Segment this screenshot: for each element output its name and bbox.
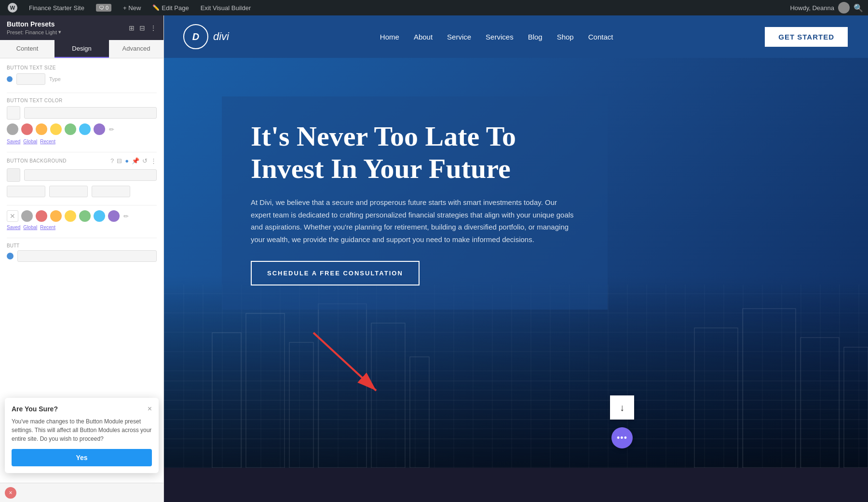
panel-header: Button Presets Preset: Finance Light ▾ ⊞… <box>0 15 163 40</box>
nav-services[interactable]: Services <box>486 33 514 41</box>
color-swatch-gray[interactable] <box>7 123 18 135</box>
comment-count: 🗨 0 <box>96 4 111 12</box>
site-name-item[interactable]: Finance Starter Site <box>26 2 87 14</box>
bg-section-header: Button Background ? ⊟ ● 📌 ↺ ⋮ <box>7 157 157 164</box>
global-btn[interactable]: Global <box>23 139 37 144</box>
more-icon[interactable]: ⋮ <box>150 24 157 32</box>
bg-color-preview[interactable] <box>7 168 20 182</box>
lower-saved-btn[interactable]: Saved <box>7 225 20 230</box>
color-swatch-green[interactable] <box>65 123 76 135</box>
nav-contact[interactable]: Contact <box>588 33 613 41</box>
bg-group: Button Background ? ⊟ ● 📌 ↺ ⋮ <box>7 157 157 197</box>
hero-description: At Divi, we believe that a secure and pr… <box>251 196 579 245</box>
confirm-yes-button[interactable]: Yes <box>12 449 152 466</box>
panel-close-button[interactable]: × <box>5 487 16 499</box>
hero-content: It's Never Too Late To Invest In Your Fu… <box>222 96 608 310</box>
tab-content[interactable]: Content <box>0 40 54 58</box>
svg-rect-5 <box>410 357 429 468</box>
lower-global-btn[interactable]: Global <box>23 225 37 230</box>
svg-rect-1 <box>246 313 285 468</box>
schedule-button[interactable]: SCHEDULE A FREE CONSULTATION <box>251 261 420 285</box>
bg-more-icon[interactable]: ⋮ <box>150 157 157 164</box>
lower-recent-btn[interactable]: Recent <box>40 225 55 230</box>
divider-4 <box>7 238 157 238</box>
bg-hex-input[interactable] <box>24 169 157 181</box>
panel-header-icons: ⊞ ⊟ ⋮ <box>129 24 157 32</box>
nav-home[interactable]: Home <box>380 33 399 41</box>
text-color-label: Button Text Color <box>7 98 157 103</box>
logo-circle: D <box>183 24 208 49</box>
user-avatar <box>838 2 850 14</box>
preview-box-2 <box>49 186 88 197</box>
bg-blue-circle[interactable]: ● <box>125 157 129 164</box>
nav-about[interactable]: About <box>414 33 433 41</box>
butt-input[interactable] <box>17 250 157 262</box>
bg-desktop-icon[interactable]: ⊟ <box>117 157 122 164</box>
lower-swatch-blue[interactable] <box>94 210 105 222</box>
saved-buttons-row: Saved Global Recent <box>7 139 157 144</box>
svg-rect-3 <box>318 304 366 468</box>
tab-advanced[interactable]: Advanced <box>109 40 163 58</box>
butt-blue-dot <box>7 253 14 259</box>
recent-btn[interactable]: Recent <box>40 139 55 144</box>
text-color-group: Button Text Color ✏ <box>7 98 157 144</box>
bg-help-icon[interactable]: ? <box>110 157 114 164</box>
website-preview: D divi Home About Service Services Blog … <box>164 15 868 502</box>
svg-rect-2 <box>289 342 313 468</box>
pencil-icon[interactable]: ✏ <box>109 126 114 133</box>
lower-swatch-purple[interactable] <box>108 210 120 222</box>
text-size-row: Type <box>7 73 157 85</box>
svg-rect-9 <box>844 347 868 468</box>
lower-swatch-red[interactable] <box>36 210 47 222</box>
logo-text: divi <box>213 30 229 43</box>
bg-title: Button Background <box>7 158 67 163</box>
grid-icon[interactable]: ⊟ <box>139 24 145 32</box>
nav-service[interactable]: Service <box>447 33 471 41</box>
lower-swatch-green[interactable] <box>79 210 91 222</box>
lower-swatch-orange[interactable] <box>50 210 62 222</box>
x-icon[interactable]: ✕ <box>7 210 18 222</box>
panel-subtitle: Preset: Finance Light ▾ <box>7 29 61 35</box>
tab-design[interactable]: Design <box>54 40 109 58</box>
color-swatch-yellow[interactable] <box>50 123 62 135</box>
comment-item[interactable]: 🗨 0 <box>93 2 114 14</box>
purple-dots-button[interactable]: ••• <box>611 427 633 448</box>
color-hex-input[interactable] <box>24 107 157 119</box>
bg-pin-icon[interactable]: 📌 <box>132 157 139 164</box>
new-item[interactable]: + New <box>120 2 144 14</box>
color-swatch-purple[interactable] <box>94 123 105 135</box>
lower-swatch-yellow[interactable] <box>65 210 76 222</box>
nav-shop[interactable]: Shop <box>557 33 574 41</box>
color-swatch-blue[interactable] <box>79 123 91 135</box>
arrow-down-box[interactable]: ↓ <box>610 395 634 420</box>
lower-color-row: ✕ ✏ <box>7 210 157 222</box>
text-size-group: Button Text Size Type <box>7 65 157 85</box>
bg-refresh-icon[interactable]: ↺ <box>142 157 148 164</box>
panel-tabs: Content Design Advanced <box>0 40 163 58</box>
nav-blog[interactable]: Blog <box>528 33 542 41</box>
responsive-icon[interactable]: ⊞ <box>129 24 135 32</box>
admin-bar-right: Howdy, Deanna 🔍 <box>790 2 863 14</box>
color-picker-preview[interactable] <box>7 106 20 120</box>
admin-search-icon[interactable]: 🔍 <box>854 3 863 13</box>
color-swatch-orange[interactable] <box>36 123 47 135</box>
divider-1 <box>7 93 157 93</box>
left-panel: Button Presets Preset: Finance Light ▾ ⊞… <box>0 15 164 502</box>
confirm-title: Are You Sure? <box>12 405 58 413</box>
get-started-button[interactable]: GET STARTED <box>764 26 849 48</box>
svg-rect-7 <box>743 309 796 468</box>
exit-builder-item[interactable]: Exit Visual Builder <box>198 2 254 14</box>
color-swatch-red[interactable] <box>21 123 33 135</box>
lower-saved-buttons: Saved Global Recent <box>7 225 157 230</box>
saved-btn[interactable]: Saved <box>7 139 20 144</box>
lower-color-group: ✕ ✏ Saved Global Recent <box>7 210 157 230</box>
text-size-input[interactable] <box>16 73 45 85</box>
edit-page-item[interactable]: ✏️ Edit Page <box>149 2 191 14</box>
confirm-header: Are You Sure? × <box>12 405 152 413</box>
lower-pencil-icon[interactable]: ✏ <box>123 213 129 220</box>
lower-swatch-gray[interactable] <box>21 210 33 222</box>
panel-header-info: Button Presets Preset: Finance Light ▾ <box>7 20 61 35</box>
wp-logo-item[interactable]: W <box>5 1 20 14</box>
nav-links: Home About Service Services Blog Shop Co… <box>380 33 613 41</box>
confirm-close-icon[interactable]: × <box>148 405 152 413</box>
